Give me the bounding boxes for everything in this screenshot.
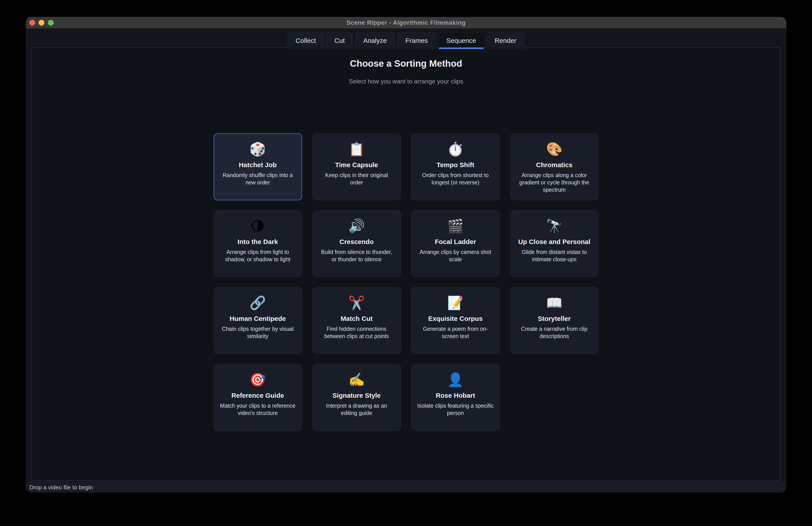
memo-icon: 📝: [417, 295, 494, 311]
method-title: Signature Style: [318, 392, 395, 399]
title-bar: Scene Ripper - Algorithmic Filmmaking: [26, 17, 786, 28]
tab-collect[interactable]: Collect: [288, 32, 324, 49]
method-card-human-centipede[interactable]: 🔗 Human Centipede Chain clips together b…: [214, 287, 302, 354]
method-description: Isolate clips featuring a specific perso…: [417, 402, 494, 417]
method-title: Exquisite Corpus: [417, 315, 494, 323]
clipboard-icon: 📋: [318, 142, 395, 157]
direct-hit-target-icon: 🎯: [220, 372, 296, 387]
method-title: Chromatics: [516, 161, 593, 169]
method-description: Find hidden connections between clips at…: [318, 325, 395, 340]
method-card-rose-hobart[interactable]: 👤 Rose Hobart Isolate clips featuring a …: [411, 364, 500, 431]
writing-hand-icon: ✍️: [318, 372, 395, 387]
method-card-focal-ladder[interactable]: 🎬 Focal Ladder Arrange clips by camera s…: [411, 210, 500, 277]
method-title: Time Capsule: [318, 161, 395, 169]
open-book-icon: 📖: [516, 295, 593, 311]
speaker-high-volume-icon: 🔊: [318, 218, 395, 234]
status-message: Drop a video file to begin: [29, 484, 93, 491]
window-controls: [29, 17, 54, 28]
method-card-signature-style[interactable]: ✍️ Signature Style Interpret a drawing a…: [313, 364, 401, 431]
zoom-button[interactable]: [48, 20, 54, 26]
method-title: Rose Hobart: [417, 392, 494, 399]
scissors-icon: ✂️: [318, 295, 395, 311]
palette-icon: 🎨: [516, 142, 593, 157]
method-title: Reference Guide: [220, 392, 296, 399]
status-bar: Drop a video file to begin: [26, 482, 786, 493]
sorting-methods-grid: 🎲 Hatchet Job Randomly shuffle clips int…: [214, 133, 599, 431]
method-title: Focal Ladder: [417, 238, 494, 246]
last-quarter-moon-icon: 🌗: [220, 218, 296, 234]
method-description: Randomly shuffle clips into a new order: [220, 172, 296, 186]
minimize-button[interactable]: [39, 20, 44, 26]
method-title: Tempo Shift: [417, 161, 494, 169]
tab-analyze[interactable]: Analyze: [355, 32, 395, 49]
method-title: Up Close and Personal: [516, 238, 593, 246]
method-description: Glide from distant vistas to intimate cl…: [516, 248, 593, 263]
method-card-reference-guide[interactable]: 🎯 Reference Guide Match your clips to a …: [214, 364, 302, 431]
stopwatch-icon: ⏱️: [417, 142, 494, 157]
tab-pane: Choose a Sorting Method Select how you w…: [31, 47, 781, 481]
method-card-tempo-shift[interactable]: ⏱️ Tempo Shift Order clips from shortest…: [411, 133, 500, 200]
method-title: Match Cut: [318, 315, 395, 323]
method-card-hatchet-job[interactable]: 🎲 Hatchet Job Randomly shuffle clips int…: [214, 133, 302, 200]
window-title: Scene Ripper - Algorithmic Filmmaking: [346, 19, 466, 26]
close-button[interactable]: [29, 20, 35, 26]
method-description: Keep clips in their original order: [318, 172, 395, 186]
method-card-exquisite-corpus[interactable]: 📝 Exquisite Corpus Generate a poem from …: [411, 287, 500, 354]
page-subtitle: Select how you want to arrange your clip…: [32, 78, 780, 85]
method-title: Into the Dark: [220, 238, 296, 246]
method-card-match-cut[interactable]: ✂️ Match Cut Find hidden connections bet…: [313, 287, 401, 354]
tab-frames[interactable]: Frames: [397, 32, 436, 49]
method-description: Interpret a drawing as an editing guide: [318, 402, 395, 417]
bust-in-silhouette-icon: 👤: [417, 372, 494, 387]
main-content: Choose a Sorting Method Select how you w…: [26, 28, 786, 482]
tab-sequence[interactable]: Sequence: [438, 32, 484, 49]
method-title: Hatchet Job: [220, 161, 296, 169]
game-die-icon: 🎲: [220, 142, 296, 157]
method-card-crescendo[interactable]: 🔊 Crescendo Build from silence to thunde…: [313, 210, 401, 277]
method-description: Generate a poem from on-screen text: [417, 325, 494, 340]
clapper-board-icon: 🎬: [417, 218, 494, 234]
tab-bar: CollectCutAnalyzeFramesSequenceRender: [286, 32, 526, 49]
method-description: Arrange clips along a color gradient or …: [516, 172, 593, 194]
method-card-into-the-dark[interactable]: 🌗 Into the Dark Arrange clips from light…: [214, 210, 302, 277]
telescope-icon: 🔭: [516, 218, 593, 234]
method-title: Crescendo: [318, 238, 395, 246]
method-description: Match your clips to a reference video's …: [220, 402, 296, 417]
tab-cut[interactable]: Cut: [327, 32, 353, 49]
method-description: Arrange clips from light to shadow, or s…: [220, 248, 296, 263]
method-card-up-close-and-personal[interactable]: 🔭 Up Close and Personal Glide from dista…: [510, 210, 599, 277]
page-title: Choose a Sorting Method: [32, 58, 780, 69]
method-title: Human Centipede: [220, 315, 296, 323]
method-description: Build from silence to thunder, or thunde…: [318, 248, 395, 263]
method-title: Storyteller: [516, 315, 593, 323]
method-description: Create a narrative from clip description…: [516, 325, 593, 340]
link-icon: 🔗: [220, 295, 296, 311]
method-card-storyteller[interactable]: 📖 Storyteller Create a narrative from cl…: [510, 287, 599, 354]
method-description: Arrange clips by camera shot scale: [417, 248, 494, 263]
tab-render[interactable]: Render: [487, 32, 524, 49]
method-description: Order clips from shortest to longest (or…: [417, 172, 494, 186]
app-window: Scene Ripper - Algorithmic Filmmaking Ch…: [26, 17, 786, 493]
method-description: Chain clips together by visual similarit…: [220, 325, 296, 340]
method-card-chromatics[interactable]: 🎨 Chromatics Arrange clips along a color…: [510, 133, 599, 200]
method-card-time-capsule[interactable]: 📋 Time Capsule Keep clips in their origi…: [313, 133, 401, 200]
